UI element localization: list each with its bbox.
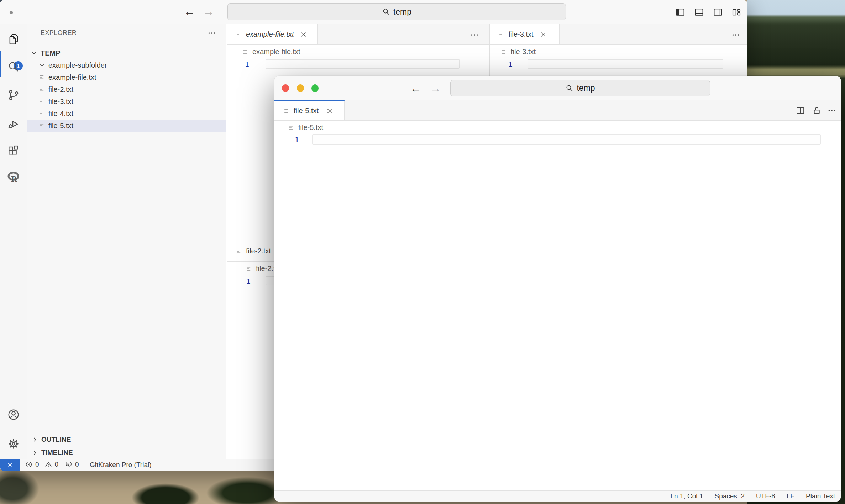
toggle-secondary-sidebar-button[interactable] [713, 7, 723, 17]
close-icon[interactable] [300, 31, 308, 38]
tab-file-3[interactable]: file-3.txt [490, 24, 560, 44]
txt-file-icon [235, 31, 242, 38]
eol-status[interactable]: LF [787, 492, 794, 500]
titlebar[interactable]: ← → temp [274, 76, 841, 100]
tree-item-file-selected[interactable]: file-5.txt [27, 120, 226, 132]
chevron-down-icon [38, 62, 46, 69]
settings-button[interactable] [0, 430, 27, 458]
tab-label: file-5.txt [294, 107, 319, 115]
settings-gear-icon [7, 437, 20, 451]
split-editor-button[interactable] [796, 106, 805, 115]
tree-item-label: file-5.txt [48, 122, 73, 130]
line-number: 1 [240, 60, 249, 68]
close-icon[interactable] [539, 31, 547, 38]
sidebar-item-extensions[interactable] [0, 137, 27, 165]
warning-icon [44, 461, 52, 468]
editor-more-actions-button[interactable] [731, 30, 740, 40]
txt-file-icon [235, 248, 242, 255]
r-language-icon: R [6, 170, 21, 184]
chevron-right-icon [31, 436, 38, 443]
tree-item-file[interactable]: file-4.txt [27, 107, 226, 120]
account-button[interactable] [0, 401, 27, 429]
line-number: 1 [290, 136, 299, 144]
tab-example-file[interactable]: example-file.txt [227, 24, 318, 44]
tree-root-label: TEMP [41, 49, 61, 57]
line-number: 1 [242, 277, 251, 285]
command-center-search[interactable]: temp [450, 80, 710, 96]
source-control-icon [7, 88, 20, 102]
sidebar-item-explorer[interactable] [0, 26, 27, 53]
breadcrumb[interactable]: example-file.txt [242, 48, 300, 56]
sidebar-item-run-debug[interactable] [0, 110, 27, 138]
radio-tower-icon [65, 461, 73, 468]
close-traffic-light[interactable] [282, 84, 289, 92]
tree-root-temp[interactable]: TEMP [27, 47, 226, 59]
magnifier-icon [565, 84, 574, 93]
minimize-traffic-light[interactable] [297, 84, 304, 92]
txt-file-icon [242, 48, 249, 56]
close-icon[interactable] [326, 107, 334, 115]
remote-indicator[interactable] [0, 459, 20, 471]
breadcrumb-filename: file-5.txt [298, 124, 323, 132]
txt-file-icon [38, 86, 46, 93]
panel-right-icon [713, 7, 723, 17]
indentation-status[interactable]: Spaces: 2 [714, 492, 745, 500]
outline-section-header[interactable]: OUTLINE [27, 433, 226, 446]
editor-more-actions-button[interactable] [470, 30, 479, 40]
ports-status[interactable]: 0 [65, 461, 79, 468]
section-label: TIMELINE [41, 449, 73, 457]
maximize-traffic-light[interactable] [311, 84, 319, 92]
explorer-more-actions-button[interactable] [207, 28, 216, 38]
tab-bar: file-5.txt [274, 100, 841, 121]
more-actions-icon [470, 30, 479, 40]
problems-status[interactable]: 0 0 [25, 461, 58, 468]
command-center-search[interactable]: temp [227, 3, 566, 20]
tree-item-label: example-subfolder [48, 61, 107, 69]
desktop: ← → temp 1 [0, 0, 845, 504]
tree-item-folder[interactable]: example-subfolder [27, 59, 226, 71]
txt-file-icon [38, 122, 46, 129]
panel-left-icon [675, 7, 686, 17]
gitkraken-status[interactable]: GitKraken Pro (Trial) [90, 461, 152, 469]
toggle-primary-sidebar-button[interactable] [675, 7, 686, 17]
panel-bottom-icon [694, 7, 704, 17]
timeline-section-header[interactable]: TIMELINE [27, 446, 226, 459]
remote-icon [6, 461, 14, 469]
tab-label: file-3.txt [509, 30, 534, 38]
txt-file-icon [38, 74, 46, 81]
layout-customize-icon [731, 7, 742, 17]
magnifier-icon [382, 7, 390, 16]
activity-bar: 1 R [0, 24, 27, 459]
forward-arrow-icon[interactable]: → [203, 6, 214, 17]
editor-line-1[interactable] [528, 59, 723, 69]
breadcrumb[interactable]: file-3.txt [500, 48, 536, 56]
sidebar-item-source-control[interactable] [0, 81, 27, 109]
customize-layout-button[interactable] [731, 7, 742, 17]
titlebar[interactable]: ← → temp [0, 0, 747, 24]
lock-group-button[interactable] [812, 106, 822, 115]
tab-bar-group-1: example-file.txt [227, 24, 489, 45]
txt-file-icon [38, 110, 46, 117]
tab-file-5[interactable]: file-5.txt [274, 100, 345, 120]
scrollbar-gutter[interactable] [835, 129, 835, 490]
tree-item-file[interactable]: file-3.txt [27, 95, 226, 107]
tab-label: file-2.txt [246, 247, 271, 255]
sidebar-item-search[interactable] [0, 53, 27, 81]
editor-more-actions-button[interactable] [827, 106, 836, 115]
toggle-panel-button[interactable] [694, 7, 704, 17]
language-mode-status[interactable]: Plain Text [806, 492, 835, 500]
sidebar-item-r-language[interactable]: R [0, 163, 27, 191]
cursor-position-status[interactable]: Ln 1, Col 1 [671, 492, 703, 500]
breadcrumb-filename: example-file.txt [252, 48, 300, 56]
tree-item-file[interactable]: example-file.txt [27, 71, 226, 83]
breadcrumb[interactable]: file-5.txt [288, 124, 323, 132]
editor-line-1[interactable] [312, 134, 821, 145]
encoding-status[interactable]: UTF-8 [756, 492, 775, 500]
back-arrow-icon[interactable]: ← [184, 6, 195, 17]
tree-item-label: file-4.txt [48, 110, 73, 118]
tree-item-file[interactable]: file-2.txt [27, 83, 226, 95]
editor-line-1[interactable] [266, 59, 460, 69]
back-arrow-icon[interactable]: ← [410, 83, 421, 94]
txt-file-icon [500, 48, 507, 56]
forward-arrow-icon[interactable]: → [430, 83, 441, 94]
